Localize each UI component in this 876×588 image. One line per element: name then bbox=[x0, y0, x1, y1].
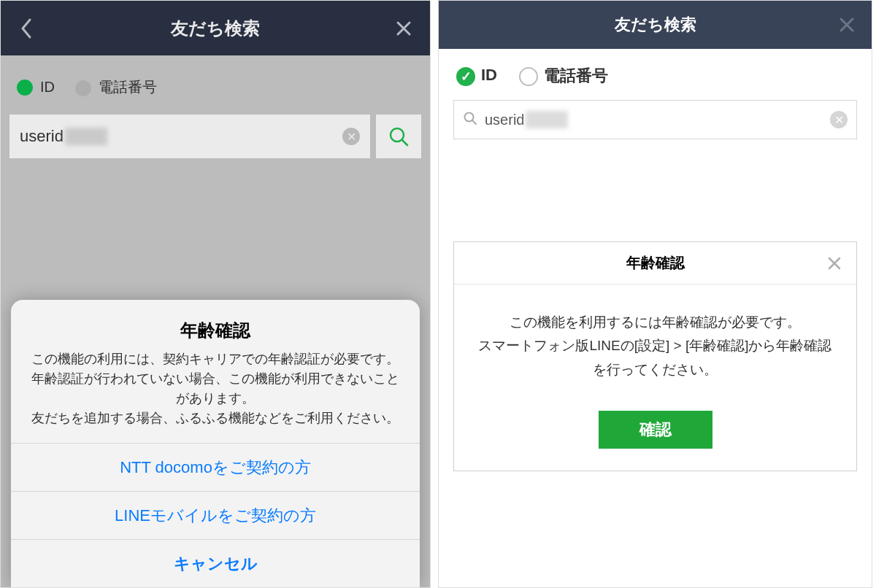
clear-icon[interactable]: ✕ bbox=[342, 128, 360, 145]
clear-icon[interactable]: ✕ bbox=[830, 111, 848, 128]
page-title: 友だち検索 bbox=[615, 14, 696, 36]
sheet-title: 年齢確認 bbox=[30, 319, 401, 342]
search-input-value: userid bbox=[20, 127, 64, 146]
confirm-button[interactable]: 確認 bbox=[599, 411, 712, 449]
age-verification-dialog: 年齢確認 この機能を利用するには年齢確認が必要です。 スマートフォン版LINEの… bbox=[453, 241, 857, 471]
close-button[interactable] bbox=[391, 15, 417, 42]
search-mode-radios: ✓ID 電話番号 bbox=[439, 49, 872, 97]
option-docomo[interactable]: NTT docomoをご契約の方 bbox=[11, 443, 420, 491]
desktop-header: 友だち検索 bbox=[439, 1, 872, 49]
radio-phone[interactable]: 電話番号 bbox=[75, 77, 157, 97]
search-input[interactable]: userid ✕ bbox=[9, 115, 370, 158]
radio-unchecked-icon bbox=[519, 67, 538, 86]
dialog-message: この機能を利用するには年齢確認が必要です。 スマートフォン版LINEの[設定] … bbox=[454, 285, 856, 411]
mobile-screen: 友だち検索 ID 電話番号 userid ✕ 年齢確認 この機能の利用には、契約… bbox=[0, 0, 431, 588]
radio-id-label: ID bbox=[40, 79, 55, 95]
close-button[interactable] bbox=[829, 1, 864, 49]
radio-id[interactable]: ✓ID bbox=[456, 66, 497, 85]
radio-dot-icon bbox=[75, 80, 91, 96]
svg-line-7 bbox=[472, 120, 476, 124]
radio-phone-label: 電話番号 bbox=[544, 66, 608, 85]
radio-phone[interactable]: 電話番号 bbox=[519, 65, 608, 87]
option-line-mobile[interactable]: LINEモバイルをご契約の方 bbox=[11, 491, 420, 539]
search-icon bbox=[463, 111, 477, 129]
mobile-header: 友だち検索 bbox=[1, 1, 430, 55]
search-input-value: userid bbox=[485, 112, 524, 128]
redacted-text bbox=[526, 111, 568, 128]
page-title: 友だち検索 bbox=[171, 17, 260, 40]
search-input[interactable]: userid ✕ bbox=[453, 100, 857, 139]
dialog-header: 年齢確認 bbox=[454, 242, 856, 285]
cancel-button[interactable]: キャンセル bbox=[11, 539, 420, 587]
search-button[interactable] bbox=[376, 115, 421, 158]
back-button[interactable] bbox=[14, 15, 40, 42]
dialog-close-button[interactable] bbox=[818, 242, 850, 284]
desktop-screen: 友だち検索 ✓ID 電話番号 userid ✕ 年齢確認 この機能を利用するには… bbox=[438, 0, 872, 588]
radio-phone-label: 電話番号 bbox=[99, 79, 157, 95]
dialog-title: 年齢確認 bbox=[626, 253, 685, 273]
radio-dot-icon bbox=[17, 80, 33, 96]
radio-id-label: ID bbox=[481, 66, 497, 84]
redacted-text bbox=[65, 128, 107, 145]
radio-checked-icon: ✓ bbox=[456, 67, 475, 86]
sheet-message: この機能の利用には、契約キャリアでの年齢認証が必要です。 年齢認証が行われていな… bbox=[30, 349, 401, 428]
age-verification-sheet: 年齢確認 この機能の利用には、契約キャリアでの年齢認証が必要です。 年齢認証が行… bbox=[11, 300, 420, 587]
search-row: userid ✕ bbox=[1, 107, 430, 158]
search-mode-radios: ID 電話番号 bbox=[1, 55, 430, 107]
svg-line-3 bbox=[402, 140, 407, 145]
radio-id[interactable]: ID bbox=[17, 79, 55, 96]
